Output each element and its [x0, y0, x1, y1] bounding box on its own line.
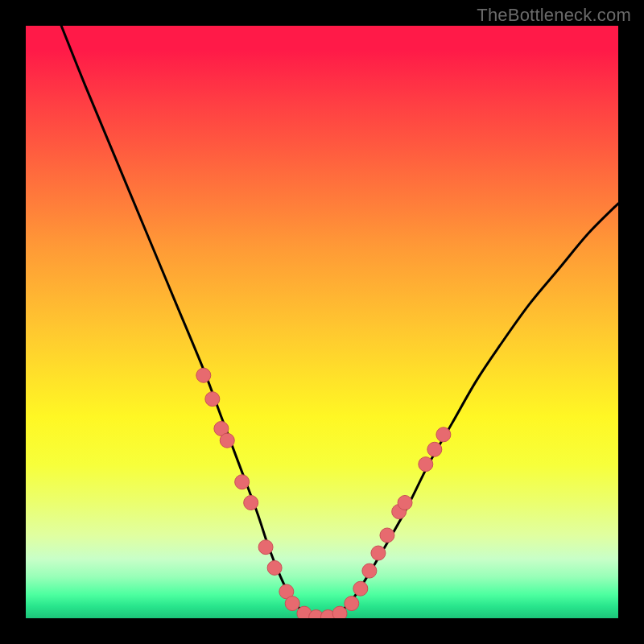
data-dot: [258, 540, 273, 555]
data-dot: [196, 368, 211, 382]
data-dot: [427, 442, 442, 456]
data-dot: [285, 597, 299, 611]
data-dot: [244, 495, 258, 510]
data-dot: [332, 606, 347, 618]
bottleneck-curve: [61, 26, 618, 618]
watermark-text: TheBottleneck.com: [477, 5, 631, 26]
data-dot: [267, 560, 282, 575]
data-dot: [205, 392, 220, 407]
data-dot: [220, 433, 234, 448]
data-dot: [345, 597, 359, 611]
data-dot: [235, 475, 250, 489]
data-dot: [380, 528, 394, 543]
data-dot: [419, 457, 433, 472]
data-dot: [371, 546, 386, 560]
plot-area: [26, 26, 618, 618]
curve-layer: [26, 26, 618, 618]
data-dot: [436, 427, 451, 442]
data-dot: [362, 564, 377, 578]
data-dot: [353, 581, 368, 596]
data-dot: [398, 495, 412, 510]
chart-frame: TheBottleneck.com: [0, 0, 644, 644]
